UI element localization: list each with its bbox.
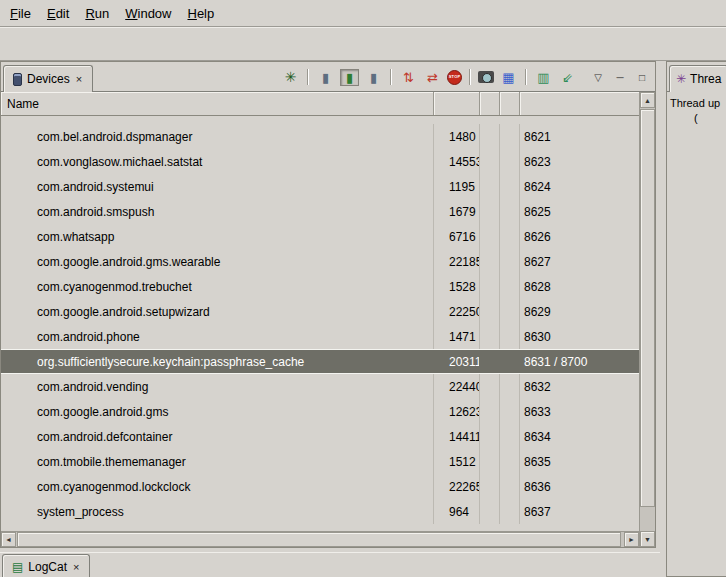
update-heap-icon[interactable]: ▮ — [316, 69, 335, 86]
column-header-spacer[interactable] — [480, 92, 500, 115]
device-port: 8629 — [520, 299, 639, 324]
device-process-name: com.bel.android.dspmanager — [1, 124, 434, 149]
debug-process-icon[interactable]: ✳ — [281, 69, 300, 86]
show-heap-updates-icon[interactable]: ▮ — [340, 69, 359, 86]
device-process-name: org.sufficientlysecure.keychain:passphra… — [1, 350, 434, 373]
com.android.phone[interactable]: com.android.phone 1471 8630 — [1, 324, 639, 349]
com.cyanogenmod.trebuchet[interactable]: com.cyanogenmod.trebuchet 1528 8628 — [1, 274, 639, 299]
com.cyanogenmod.lockclock[interactable]: com.cyanogenmod.lockclock 22265 8636 — [1, 474, 639, 499]
device-col-spacer — [500, 199, 520, 224]
threads-message-line2: ( — [670, 111, 723, 126]
maximize-icon[interactable]: □ — [635, 72, 649, 83]
menu-help[interactable]: Help — [179, 2, 222, 25]
device-port: 8623 — [520, 149, 639, 174]
device-col-spacer — [480, 149, 500, 174]
method-profiling-icon[interactable]: ⇄ — [423, 69, 442, 86]
device-port: 8636 — [520, 474, 639, 499]
device-col-spacer — [480, 374, 500, 399]
com.google.android.gms[interactable]: com.google.android.gms 12623 8633 — [1, 399, 639, 424]
devices-toolbar: ✳▮▮▮⇅⇄STOP▦▥⇙ — [281, 69, 577, 86]
close-icon[interactable]: × — [72, 561, 80, 573]
com.android.systemui[interactable]: com.android.systemui 1195 8624 — [1, 174, 639, 199]
device-process-name: com.cyanogenmod.trebuchet — [1, 274, 434, 299]
com.android.smspush[interactable]: com.android.smspush 1679 8625 — [1, 199, 639, 224]
threads-message-line1: Thread up — [670, 96, 723, 111]
dump-view-hierarchy-icon[interactable]: ▦ — [499, 69, 518, 86]
device-process-name: com.android.defcontainer — [1, 424, 434, 449]
vertical-scroll-thumb[interactable] — [640, 109, 655, 507]
vertical-scrollbar[interactable]: ▲ ▼ — [639, 92, 655, 547]
stop-process-icon[interactable]: STOP — [447, 70, 462, 85]
device-port: 8631 / 8700 — [520, 350, 639, 373]
device-col-spacer — [500, 350, 520, 373]
device-col-spacer — [480, 449, 500, 474]
device-pid: 6716 — [434, 224, 480, 249]
device-col-spacer — [480, 274, 500, 299]
device-col-spacer — [500, 474, 520, 499]
scroll-down-icon[interactable]: ▼ — [640, 531, 655, 547]
opengl-trace-icon[interactable]: ⇙ — [558, 69, 577, 86]
system_process[interactable]: system_process 964 8637 — [1, 499, 639, 524]
device-pid: 14553 — [434, 149, 480, 174]
device-col-spacer — [500, 324, 520, 349]
horizontal-scroll-thumb[interactable] — [17, 532, 621, 547]
tab-logcat[interactable]: ▤ LogCat × — [2, 554, 90, 577]
update-threads-icon[interactable]: ⇅ — [399, 69, 418, 86]
com.vonglasow.michael.satstat[interactable]: com.vonglasow.michael.satstat 14553 8623 — [1, 149, 639, 174]
com.google.android.setupwizard[interactable]: com.google.android.setupwizard 22250 862… — [1, 299, 639, 324]
main-toolbar — [0, 27, 726, 61]
device-col-spacer — [500, 499, 520, 524]
com.android.vending[interactable]: com.android.vending 22440 8632 — [1, 374, 639, 399]
scroll-left-icon[interactable]: ◄ — [1, 532, 16, 547]
screen-capture-icon[interactable] — [478, 71, 494, 83]
device-pid: 1195 — [434, 174, 480, 199]
device-process-name: com.google.android.gms.wearable — [1, 249, 434, 274]
toolbar-separator — [307, 69, 309, 85]
column-header-spacer[interactable] — [500, 92, 520, 115]
menu-run[interactable]: Run — [77, 2, 117, 25]
com.android.defcontainer[interactable]: com.android.defcontainer 14411 8634 — [1, 424, 639, 449]
close-icon[interactable]: × — [75, 73, 83, 85]
minimize-icon[interactable]: ─ — [613, 72, 627, 83]
horizontal-scrollbar[interactable]: ◄ ► — [1, 531, 639, 547]
com.whatsapp[interactable]: com.whatsapp 6716 8626 — [1, 224, 639, 249]
com.tmobile.thememanager[interactable]: com.tmobile.thememanager 1512 8635 — [1, 449, 639, 474]
device-col-spacer — [500, 424, 520, 449]
device-process-name: com.android.smspush — [1, 199, 434, 224]
device-pid: 1471 — [434, 324, 480, 349]
menu-file[interactable]: File — [2, 2, 39, 25]
device-col-spacer — [480, 399, 500, 424]
tab-threads[interactable]: ✳ Threa — [669, 65, 726, 92]
device-port: 8633 — [520, 399, 639, 424]
threads-panel: ✳ Threa Thread up ( — [666, 61, 726, 577]
logcat-icon: ▤ — [12, 560, 23, 574]
column-header-pid[interactable] — [434, 92, 480, 115]
device-port: 8635 — [520, 449, 639, 474]
column-header-name[interactable]: Name — [1, 92, 434, 115]
device-col-spacer — [480, 499, 500, 524]
toolbar-separator — [390, 69, 392, 85]
scroll-right-icon[interactable]: ► — [624, 532, 639, 547]
tab-devices[interactable]: Devices × — [3, 65, 93, 92]
cause-gc-icon[interactable]: ▮ — [364, 69, 383, 86]
org.sufficientlysecure.keychain:passphrase_cache[interactable]: org.sufficientlysecure.keychain:passphra… — [1, 349, 639, 374]
device-process-name: com.whatsapp — [1, 224, 434, 249]
toolbar-separator — [469, 69, 471, 85]
column-header-port[interactable] — [520, 92, 639, 115]
toolbar-separator — [525, 69, 527, 85]
device-col-spacer — [500, 249, 520, 274]
com.google.android.gms.wearable[interactable]: com.google.android.gms.wearable 22185 86… — [1, 249, 639, 274]
tab-devices-label: Devices — [27, 72, 70, 86]
device-port: 8624 — [520, 174, 639, 199]
menubar: File Edit Run Window Help — [0, 0, 726, 27]
device-pid: 22250 — [434, 299, 480, 324]
scroll-up-icon[interactable]: ▲ — [640, 92, 655, 108]
device-col-spacer — [480, 350, 500, 373]
com.bel.android.dspmanager[interactable]: com.bel.android.dspmanager 1480 8621 — [1, 124, 639, 149]
device-pid: 14411 — [434, 424, 480, 449]
menu-edit[interactable]: Edit — [39, 2, 77, 25]
menu-window[interactable]: Window — [117, 2, 179, 25]
view-menu-icon[interactable]: ▽ — [591, 72, 605, 83]
capture-systrace-icon[interactable]: ▥ — [534, 69, 553, 86]
device-port: 8632 — [520, 374, 639, 399]
